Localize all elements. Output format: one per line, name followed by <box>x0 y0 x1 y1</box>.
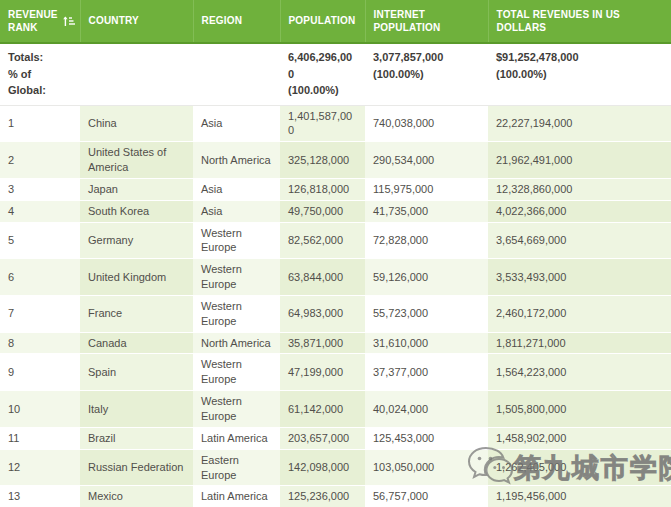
table-row: 1ChinaAsia1,401,587,000740,038,00022,227… <box>0 105 671 142</box>
country-cell: Brazil <box>80 427 193 449</box>
internet-population-cell: 41,735,000 <box>365 200 488 222</box>
table-row: 9SpainWestern Europe47,199,00037,377,000… <box>0 354 671 391</box>
population-cell: 142,098,000 <box>280 449 365 486</box>
revenue-cell: 2,460,172,000 <box>488 295 671 332</box>
column-header-country[interactable]: COUNTRY <box>80 0 193 43</box>
revenue-cell: 3,533,493,000 <box>488 259 671 296</box>
table-row: 13MexicoLatin America125,236,00056,757,0… <box>0 486 671 507</box>
population-cell: 63,844,000 <box>280 259 365 296</box>
rank-cell: 6 <box>0 259 80 296</box>
country-cell: Germany <box>80 222 193 259</box>
revenue-rank-label: REVENUE RANK <box>8 8 58 35</box>
population-cell: 203,657,000 <box>280 427 365 449</box>
population-cell: 325,128,000 <box>280 142 365 179</box>
region-cell: North America <box>193 142 280 179</box>
country-cell: Italy <box>80 391 193 428</box>
internet-population-cell: 72,828,000 <box>365 222 488 259</box>
revenue-cell: 21,962,491,000 <box>488 142 671 179</box>
revenue-cell: 3,654,669,000 <box>488 222 671 259</box>
region-cell: Asia <box>193 105 280 142</box>
population-cell: 82,562,000 <box>280 222 365 259</box>
totals-revenue-pct: (100.00%) <box>496 66 663 83</box>
table-row: 3JapanAsia126,818,000115,975,00012,328,8… <box>0 178 671 200</box>
rank-cell: 5 <box>0 222 80 259</box>
totals-population-cell: 6,406,296,000 (100.00%) <box>280 43 365 105</box>
region-cell: Western Europe <box>193 354 280 391</box>
table-row: 6United KingdomWestern Europe63,844,0005… <box>0 259 671 296</box>
totals-label: Totals: <box>8 49 72 66</box>
population-cell: 64,983,000 <box>280 295 365 332</box>
internet-population-cell: 37,377,000 <box>365 354 488 391</box>
totals-population-value: 6,406,296,000 <box>288 49 357 82</box>
internet-population-cell: 103,050,000 <box>365 449 488 486</box>
internet-population-cell: 290,534,000 <box>365 142 488 179</box>
rank-cell: 9 <box>0 354 80 391</box>
column-header-region[interactable]: REGION <box>193 0 280 43</box>
rank-cell: 2 <box>0 142 80 179</box>
revenue-cell: 1,564,223,000 <box>488 354 671 391</box>
table-row: 8CanadaNorth America35,871,00031,610,000… <box>0 332 671 354</box>
rank-cell: 11 <box>0 427 80 449</box>
revenue-cell: 4,022,366,000 <box>488 200 671 222</box>
rank-cell: 4 <box>0 200 80 222</box>
country-cell: United Kingdom <box>80 259 193 296</box>
region-cell: North America <box>193 332 280 354</box>
rank-cell: 3 <box>0 178 80 200</box>
region-cell: Western Europe <box>193 391 280 428</box>
column-header-revenue-rank[interactable]: REVENUE RANK <box>0 0 80 43</box>
table-row: 12Russian FederationEastern Europe142,09… <box>0 449 671 486</box>
totals-revenue-cell: $91,252,478,000 (100.00%) <box>488 43 671 105</box>
internet-population-cell: 125,453,000 <box>365 427 488 449</box>
rank-cell: 1 <box>0 105 80 142</box>
table-header: REVENUE RANK <box>0 0 671 43</box>
population-cell: 49,750,000 <box>280 200 365 222</box>
revenue-cell: 12,328,860,000 <box>488 178 671 200</box>
table-row: 4South KoreaAsia49,750,00041,735,0004,02… <box>0 200 671 222</box>
column-header-total-revenues[interactable]: TOTAL REVENUES IN US DOLLARS <box>488 0 671 43</box>
revenue-cell: 1,505,800,000 <box>488 391 671 428</box>
totals-region-cell <box>193 43 280 105</box>
country-cell: Japan <box>80 178 193 200</box>
region-cell: Asia <box>193 178 280 200</box>
table-row: 2United States of AmericaNorth America32… <box>0 142 671 179</box>
pct-of-global-label: % of Global: <box>8 66 72 99</box>
table-body: Totals: % of Global: 6,406,296,000 (100.… <box>0 43 671 507</box>
internet-population-cell: 115,975,000 <box>365 178 488 200</box>
population-cell: 125,236,000 <box>280 486 365 507</box>
country-cell: Spain <box>80 354 193 391</box>
region-cell: Western Europe <box>193 222 280 259</box>
column-header-internet-population[interactable]: INTERNET POPULATION <box>365 0 488 43</box>
population-cell: 61,142,000 <box>280 391 365 428</box>
table-row: 11BrazilLatin America203,657,000125,453,… <box>0 427 671 449</box>
country-revenue-table-page: REVENUE RANK <box>0 0 671 507</box>
region-cell: Latin America <box>193 427 280 449</box>
rank-cell: 12 <box>0 449 80 486</box>
table-row: 5GermanyWestern Europe82,562,00072,828,0… <box>0 222 671 259</box>
country-cell: Russian Federation <box>80 449 193 486</box>
column-header-population[interactable]: POPULATION <box>280 0 365 43</box>
internet-population-cell: 59,126,000 <box>365 259 488 296</box>
internet-population-cell: 55,723,000 <box>365 295 488 332</box>
totals-label-cell: Totals: % of Global: <box>0 43 80 105</box>
totals-internet-cell: 3,077,857,000 (100.00%) <box>365 43 488 105</box>
region-cell: Latin America <box>193 486 280 507</box>
totals-row: Totals: % of Global: 6,406,296,000 (100.… <box>0 43 671 105</box>
population-cell: 47,199,000 <box>280 354 365 391</box>
population-cell: 126,818,000 <box>280 178 365 200</box>
revenue-cell: 1,458,902,000 <box>488 427 671 449</box>
table-row: 10ItalyWestern Europe61,142,00040,024,00… <box>0 391 671 428</box>
rank-cell: 8 <box>0 332 80 354</box>
rank-cell: 7 <box>0 295 80 332</box>
region-cell: Western Europe <box>193 259 280 296</box>
revenue-cell: 1,811,271,000 <box>488 332 671 354</box>
population-cell: 35,871,000 <box>280 332 365 354</box>
rank-cell: 10 <box>0 391 80 428</box>
internet-population-cell: 31,610,000 <box>365 332 488 354</box>
region-cell: Western Europe <box>193 295 280 332</box>
internet-population-cell: 56,757,000 <box>365 486 488 507</box>
region-cell: Eastern Europe <box>193 449 280 486</box>
revenue-cell: 1,262,405,000 <box>488 449 671 486</box>
sort-amount-icon[interactable] <box>62 14 76 28</box>
country-cell: United States of America <box>80 142 193 179</box>
totals-internet-value: 3,077,857,000 <box>373 49 480 66</box>
